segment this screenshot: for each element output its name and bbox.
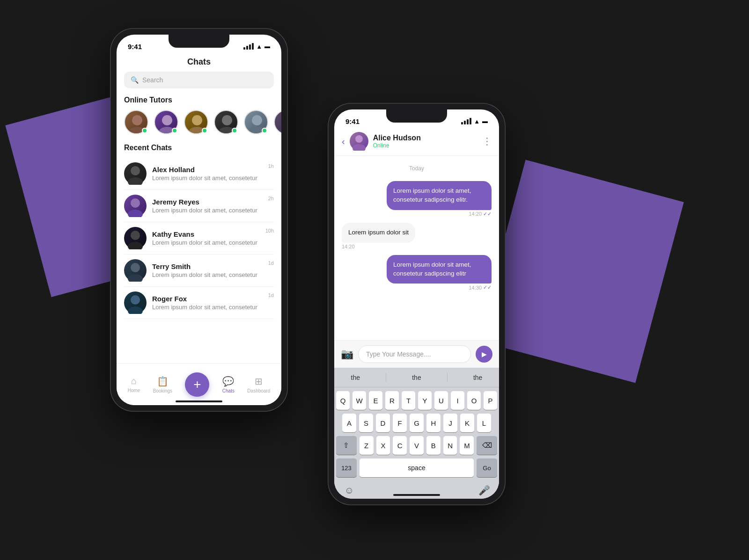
suggestion-divider-2 [447,373,448,382]
nav-add-button[interactable]: + [185,372,209,397]
key-l[interactable]: L [477,414,491,432]
phone-conversation-screen: 9:41 ▲ ▬ ‹ Alice Hudson Online [334,109,499,499]
key-s[interactable]: S [359,414,373,432]
online-dot-1 [142,128,147,133]
chat-item-1[interactable]: Alex Holland Lorem ipsum dolor sit amet,… [124,158,274,190]
chat-preview-1: Lorem ipsum dolor sit amet, consetetur [152,175,263,182]
dashboard-icon: ⊞ [255,376,263,387]
key-row-4: 123 space Go [336,458,497,477]
key-space[interactable]: space [360,458,474,477]
mic-button[interactable]: 🎤 [474,481,494,499]
key-j[interactable]: J [443,414,457,432]
search-icon: 🔍 [131,76,139,84]
key-row-2: A S D F G H J K L [336,414,497,432]
keyboard: the the the Q W E R T Y U I O P [334,368,499,499]
key-g[interactable]: G [410,414,424,432]
svg-point-22 [355,135,363,143]
suggestion-2[interactable]: the [404,372,428,383]
key-q[interactable]: Q [336,391,350,410]
message-input[interactable]: Type Your Message.... [358,345,471,363]
message-bubble-received-1: Lorem ipsum dolor sit [342,223,415,243]
key-c[interactable]: C [393,436,407,455]
camera-button[interactable]: 📷 [341,348,353,360]
key-a[interactable]: A [342,414,356,432]
key-d[interactable]: D [376,414,390,432]
chat-time-4: 1d [268,259,274,266]
chat-item-3[interactable]: Kathy Evans Lorem ipsum dolor sit amet, … [124,222,274,255]
key-y[interactable]: Y [418,391,432,410]
bottom-nav: ⌂ Home 📋 Bookings + 💬 Chats ⊞ Dashboard [117,363,281,405]
status-icons-2: ▲ ▬ [461,118,488,125]
key-u[interactable]: U [434,391,448,410]
key-k[interactable]: K [460,414,474,432]
key-r[interactable]: R [385,391,399,410]
keyboard-rows: Q W E R T Y U I O P A S D F G H [334,387,499,479]
status-icons-1: ▲ ▬ [243,43,270,50]
home-indicator-2 [393,494,440,496]
key-shift[interactable]: ⇧ [336,436,357,455]
key-go[interactable]: Go [477,458,497,477]
search-bar[interactable]: 🔍 Search [124,72,274,88]
tutor-6[interactable] [274,110,281,134]
chat-time-2: 2h [268,195,274,201]
phone-chats: 9:41 ▲ ▬ Chats 🔍 Search Online Tutors [110,28,288,412]
key-t[interactable]: T [402,391,415,410]
key-n[interactable]: N [443,436,457,455]
key-x[interactable]: X [376,436,390,455]
svg-point-11 [279,127,281,134]
chat-info-5: Roger Fox Lorem ipsum dolor sit amet, co… [152,295,263,311]
nav-home[interactable]: ⌂ Home [128,376,140,393]
key-m[interactable]: M [460,436,474,455]
key-row-1: Q W E R T Y U I O P [336,391,497,410]
nav-bookings[interactable]: 📋 Bookings [153,376,172,393]
tutor-3[interactable] [184,110,208,134]
suggestion-1[interactable]: the [344,372,367,383]
key-b[interactable]: B [426,436,441,455]
conv-status: Online [373,142,477,149]
svg-point-12 [131,166,140,175]
send-button[interactable]: ▶ [476,346,492,363]
chat-item-4[interactable]: Terry Smith Lorem ipsum dolor sit amet, … [124,255,274,287]
online-dot-3 [202,128,207,133]
recent-chats-list: Alex Holland Lorem ipsum dolor sit amet,… [117,158,281,319]
keyboard-suggestions: the the the [334,368,499,387]
checkmark-icon-1: ✓✓ [483,211,492,217]
key-i[interactable]: I [451,391,464,410]
input-area: 📷 Type Your Message.... ▶ [334,340,499,368]
key-number[interactable]: 123 [336,458,357,477]
notch-2 [386,109,447,123]
nav-chats[interactable]: 💬 Chats [222,376,235,393]
key-e[interactable]: E [369,391,382,410]
message-bubble-sent-1: Lorem ipsum dolor sit amet, consetetur s… [387,181,492,210]
svg-point-6 [222,115,232,125]
key-w[interactable]: W [352,391,366,410]
tutor-4[interactable] [214,110,238,134]
key-backspace[interactable]: ⌫ [477,436,497,455]
key-p[interactable]: P [484,391,497,410]
key-o[interactable]: O [467,391,481,410]
search-placeholder: Search [142,76,163,84]
svg-point-4 [192,115,202,125]
svg-point-14 [131,198,140,208]
tutor-1[interactable] [124,110,148,134]
message-bubble-sent-2: Lorem ipsum dolor sit amet, consetetur s… [387,255,492,284]
tutor-2[interactable] [154,110,178,134]
nav-dashboard[interactable]: ⊞ Dashboard [247,376,270,393]
key-f[interactable]: F [393,414,407,432]
key-h[interactable]: H [426,414,441,432]
chats-icon: 💬 [222,376,234,387]
emoji-button[interactable]: ☺ [339,481,360,499]
chat-time-1: 1h [268,162,274,169]
nav-chats-label: Chats [222,388,235,393]
chat-item-5[interactable]: Roger Fox Lorem ipsum dolor sit amet, co… [124,287,274,319]
svg-point-23 [352,144,366,151]
suggestion-3[interactable]: the [466,372,490,383]
message-group-2: Lorem ipsum dolor sit 14:20 [342,223,492,249]
chat-avatar-5 [124,291,147,314]
back-button[interactable]: ‹ [342,136,345,147]
more-options-button[interactable]: ⋮ [482,136,492,147]
key-v[interactable]: V [410,436,424,455]
tutor-5[interactable] [244,110,268,134]
key-z[interactable]: Z [360,436,374,455]
chat-item-2[interactable]: Jeremy Reyes Lorem ipsum dolor sit amet,… [124,190,274,222]
